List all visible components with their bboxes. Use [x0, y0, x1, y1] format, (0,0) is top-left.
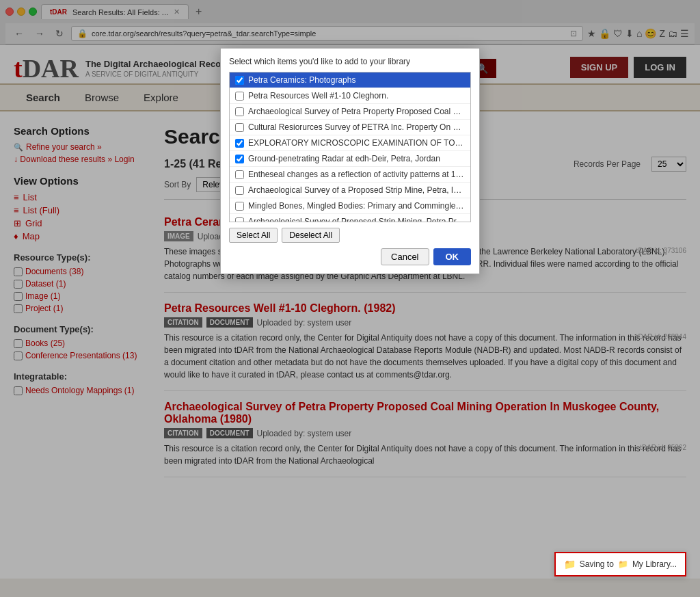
modal-item-checkbox[interactable]: [235, 217, 244, 223]
modal-item-text: Petra Resources Well #1-10 Cleghorn.: [248, 91, 465, 101]
modal-item-checkbox[interactable]: [235, 107, 244, 116]
modal-select-buttons: Select All Deselect All: [229, 228, 471, 243]
modal-list-item[interactable]: Cultural Resiorurces Survey of PETRA Inc…: [230, 120, 470, 135]
modal-list-item[interactable]: Petra Ceramics: Photographs: [230, 72, 470, 88]
select-all-button[interactable]: Select All: [229, 228, 278, 243]
library-icon: 📁: [564, 559, 576, 570]
add-to-library-modal: Select which items you'd like to add to …: [220, 48, 480, 274]
modal-item-checkbox[interactable]: [235, 202, 244, 211]
modal-item-checkbox[interactable]: [235, 155, 244, 163]
modal-list-item[interactable]: Archaeological Survey of a Proposed Stri…: [230, 183, 470, 198]
modal-item-text: Archaeological Survey of Proposed Strip …: [248, 217, 465, 222]
modal-item-text: EXPLORATORY MICROSCOPIC EXAMINATION OF T…: [248, 138, 465, 148]
modal-item-text: Ground-penetrating Radar at edh-Deir, Pe…: [248, 154, 465, 163]
modal-title: Select which items you'd like to add to …: [229, 57, 471, 66]
modal-item-checkbox[interactable]: [235, 186, 244, 195]
modal-item-text: Entheseal changes as a reflection of act…: [248, 170, 465, 179]
ok-button[interactable]: OK: [433, 248, 472, 265]
modal-item-list[interactable]: Petra Ceramics: PhotographsPetra Resourc…: [229, 72, 471, 222]
modal-list-item[interactable]: Ground-penetrating Radar at edh-Deir, Pe…: [230, 151, 470, 167]
toast-saving-text: Saving to: [580, 559, 614, 569]
modal-list-item[interactable]: Archaeological Survey of Petra Property …: [230, 104, 470, 120]
modal-item-checkbox[interactable]: [235, 170, 244, 179]
modal-item-text: Archaeological Survey of Petra Property …: [248, 107, 465, 116]
save-toast: 📁 Saving to 📁 My Library...: [554, 552, 686, 576]
toast-library-text: My Library...: [632, 559, 677, 569]
modal-list-item[interactable]: Petra Resources Well #1-10 Cleghorn.: [230, 88, 470, 104]
modal-item-text: Cultural Resiorurces Survey of PETRA Inc…: [248, 122, 465, 132]
modal-item-checkbox[interactable]: [235, 76, 244, 85]
toast-library-icon: 📁: [618, 559, 628, 569]
modal-item-text: Petra Ceramics: Photographs: [248, 75, 465, 85]
modal-item-checkbox[interactable]: [235, 123, 244, 132]
modal-action-buttons: Cancel OK: [229, 248, 471, 265]
cancel-button[interactable]: Cancel: [381, 248, 429, 265]
modal-list-item[interactable]: Mingled Bones, Mingled Bodies: Primary a…: [230, 198, 470, 214]
deselect-all-button[interactable]: Deselect All: [282, 228, 340, 243]
modal-list-item[interactable]: EXPLORATORY MICROSCOPIC EXAMINATION OF T…: [230, 135, 470, 151]
modal-list-item[interactable]: Archaeological Survey of Proposed Strip …: [230, 214, 470, 222]
modal-overlay[interactable]: Select which items you'd like to add to …: [0, 0, 700, 579]
modal-item-text: Mingled Bones, Mingled Bodies: Primary a…: [248, 201, 465, 211]
modal-item-checkbox[interactable]: [235, 139, 244, 148]
modal-item-text: Archaeological Survey of a Proposed Stri…: [248, 185, 465, 195]
modal-list-item[interactable]: Entheseal changes as a reflection of act…: [230, 167, 470, 183]
modal-item-checkbox[interactable]: [235, 92, 244, 101]
